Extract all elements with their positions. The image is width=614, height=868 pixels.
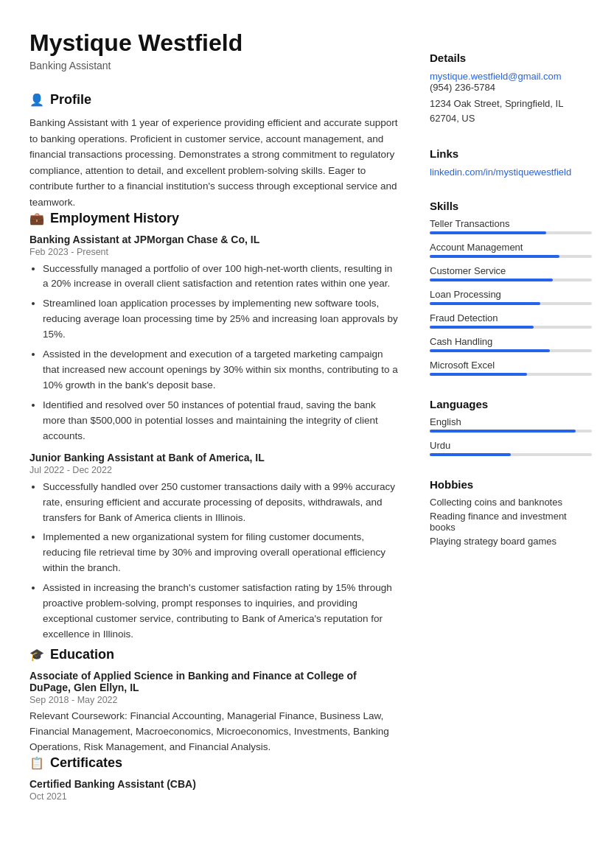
skill-bar-fill-1 [430, 255, 559, 258]
job-1-bullet-2: Streamlined loan application processes b… [43, 296, 400, 343]
job-2: Junior Banking Assistant at Bank of Amer… [29, 452, 400, 643]
links-section: Links linkedin.com/in/mystiquewestfield [430, 147, 592, 178]
languages-title: Languages [430, 398, 592, 410]
skill-loan-processing: Loan Processing [430, 289, 592, 305]
skill-name-1: Account Management [430, 242, 592, 253]
lang-bar-fill-1 [430, 453, 511, 456]
edu-1-date: Sep 2018 - May 2022 [29, 695, 400, 705]
skill-bar-fill-3 [430, 302, 540, 305]
skill-bar-bg-0 [430, 231, 592, 234]
skill-cash-handling: Cash Handling [430, 336, 592, 352]
edu-1-text: Relevant Coursework: Financial Accountin… [29, 709, 400, 755]
skill-bar-bg-4 [430, 326, 592, 329]
certificates-title: Certificates [50, 755, 122, 771]
job-1-bullet-4: Identified and resolved over 50 instance… [43, 398, 400, 444]
edu-entry-1: Associate of Applied Science in Banking … [29, 670, 400, 755]
certificates-section: 📋 Certificates Certified Banking Assista… [29, 755, 400, 802]
profile-header: 👤 Profile [29, 92, 400, 108]
links-title: Links [430, 147, 592, 160]
languages-section: Languages English Urdu [430, 398, 592, 456]
skill-customer-service: Customer Service [430, 265, 592, 281]
job-1-bullet-1: Successfully managed a portfolio of over… [43, 262, 400, 293]
skill-bar-bg-3 [430, 302, 592, 305]
details-title: Details [430, 52, 592, 64]
profile-text: Banking Assistant with 1 year of experie… [29, 115, 400, 211]
lang-english: English [430, 416, 592, 433]
job-2-title: Junior Banking Assistant at Bank of Amer… [29, 452, 400, 463]
lang-name-1: Urdu [430, 440, 592, 451]
phone-number: (954) 236-5784 [430, 82, 592, 93]
skill-bar-fill-5 [430, 349, 550, 352]
cert-1-date: Oct 2021 [29, 791, 400, 802]
lang-bar-fill-0 [430, 430, 576, 433]
resume-page: Mystique Westfield Banking Assistant 👤 P… [0, 0, 614, 831]
profile-section: 👤 Profile Banking Assistant with 1 year … [29, 92, 400, 211]
skills-section: Skills Teller Transactions Account Manag… [430, 200, 592, 376]
right-column: Details mystique.westfield@gmail.com (95… [430, 29, 592, 802]
skill-teller-transactions: Teller Transactions [430, 218, 592, 234]
certificates-icon: 📋 [29, 756, 44, 770]
employment-section: 💼 Employment History Banking Assistant a… [29, 211, 400, 643]
job-1-bullets: Successfully managed a portfolio of over… [29, 262, 400, 444]
hobby-3: Playing strategy board games [430, 536, 592, 547]
employment-title: Employment History [50, 211, 179, 226]
job-2-date: Jul 2022 - Dec 2022 [29, 465, 400, 475]
employment-icon: 💼 [29, 211, 44, 225]
skill-bar-bg-2 [430, 279, 592, 281]
skill-name-5: Cash Handling [430, 336, 592, 347]
skill-bar-fill-2 [430, 279, 553, 281]
skill-name-0: Teller Transactions [430, 218, 592, 229]
skill-name-4: Fraud Detection [430, 312, 592, 323]
lang-bar-bg-1 [430, 453, 592, 456]
skill-name-3: Loan Processing [430, 289, 592, 300]
hobbies-section: Hobbies Collecting coins and banknotes R… [430, 478, 592, 547]
lang-name-0: English [430, 416, 592, 427]
cert-entry-1: Certified Banking Assistant (CBA) Oct 20… [29, 778, 400, 802]
email-link[interactable]: mystique.westfield@gmail.com [430, 71, 562, 82]
profile-title: Profile [50, 92, 91, 108]
skill-bar-bg-5 [430, 349, 592, 352]
education-header: 🎓 Education [29, 647, 400, 662]
profile-icon: 👤 [29, 93, 44, 107]
skill-bar-bg-6 [430, 373, 592, 376]
education-icon: 🎓 [29, 648, 44, 662]
job-1: Banking Assistant at JPMorgan Chase & Co… [29, 234, 400, 444]
edu-1-title: Associate of Applied Science in Banking … [29, 670, 400, 693]
candidate-title: Banking Assistant [29, 60, 400, 71]
job-2-bullets: Successfully handled over 250 customer t… [29, 480, 400, 643]
education-section: 🎓 Education Associate of Applied Science… [29, 647, 400, 755]
details-section: Details mystique.westfield@gmail.com (95… [430, 52, 592, 125]
job-2-bullet-1: Successfully handled over 250 customer t… [43, 480, 400, 526]
hobbies-title: Hobbies [430, 478, 592, 491]
skill-name-6: Microsoft Excel [430, 360, 592, 371]
skill-name-2: Customer Service [430, 265, 592, 276]
job-1-title: Banking Assistant at JPMorgan Chase & Co… [29, 234, 400, 245]
hobby-1: Collecting coins and banknotes [430, 497, 592, 508]
job-1-bullet-3: Assisted in the development and executio… [43, 347, 400, 393]
job-1-date: Feb 2023 - Present [29, 247, 400, 257]
skill-bar-fill-4 [430, 326, 534, 329]
address: 1234 Oak Street, Springfield, IL 62704, … [430, 97, 592, 125]
lang-urdu: Urdu [430, 440, 592, 456]
left-column: Mystique Westfield Banking Assistant 👤 P… [29, 29, 400, 802]
hobby-2: Reading finance and investment books [430, 511, 592, 533]
skills-title: Skills [430, 200, 592, 212]
skill-fraud-detection: Fraud Detection [430, 312, 592, 329]
skill-account-management: Account Management [430, 242, 592, 258]
cert-1-title: Certified Banking Assistant (CBA) [29, 778, 400, 790]
certificates-header: 📋 Certificates [29, 755, 400, 771]
lang-bar-bg-0 [430, 430, 592, 433]
job-2-bullet-2: Implemented a new organizational system … [43, 530, 400, 576]
skill-bar-fill-0 [430, 231, 546, 234]
job-2-bullet-3: Assisted in increasing the branch's cust… [43, 581, 400, 643]
candidate-name: Mystique Westfield [29, 29, 400, 57]
skill-bar-fill-6 [430, 373, 527, 376]
resume-header: Mystique Westfield Banking Assistant [29, 29, 400, 71]
skill-bar-bg-1 [430, 255, 592, 258]
education-title: Education [50, 647, 114, 662]
skill-microsoft-excel: Microsoft Excel [430, 360, 592, 376]
linkedin-link[interactable]: linkedin.com/in/mystiquewestfield [430, 167, 571, 178]
employment-header: 💼 Employment History [29, 211, 400, 226]
